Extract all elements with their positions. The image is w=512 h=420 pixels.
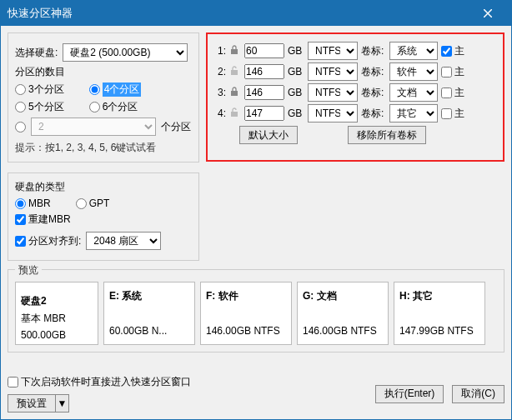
partition-index: 2: xyxy=(214,66,226,78)
preview-legend: 预览 xyxy=(15,263,42,278)
preview-part-size: 146.00GB NTFS xyxy=(206,325,286,337)
preview-part-size: 60.00GB N... xyxy=(109,325,189,337)
preview-part-title: E: 系统 xyxy=(109,289,189,303)
partition-index: 1: xyxy=(214,45,226,57)
window-title: 快速分区神器 xyxy=(8,6,73,21)
volume-label-label: 卷标: xyxy=(361,86,386,100)
default-size-button[interactable]: 默认大小 xyxy=(239,126,298,144)
disk-select[interactable]: 硬盘2 (500.00GB) xyxy=(63,43,188,62)
primary-check[interactable]: 主 xyxy=(441,65,464,79)
partition-row: 3:GBNTFS卷标:文档主 xyxy=(214,83,496,102)
preview-disk-name: 硬盘2 xyxy=(21,294,93,308)
radio-5[interactable]: 5个分区 xyxy=(15,100,64,114)
volume-label-select[interactable]: 其它 xyxy=(389,104,438,122)
preset-dropdown-arrow[interactable]: ▼ xyxy=(56,394,69,412)
preview-disk-sub: 基本 MBR xyxy=(21,312,93,326)
size-input[interactable] xyxy=(244,64,284,79)
volume-label-select[interactable]: 文档 xyxy=(389,83,438,102)
partition-row: 1:GBNTFS卷标:系统主 xyxy=(214,42,496,60)
unlock-icon[interactable] xyxy=(229,108,241,119)
volume-label-label: 卷标: xyxy=(361,107,386,121)
primary-check[interactable]: 主 xyxy=(441,86,464,100)
size-unit: GB xyxy=(288,87,304,98)
close-icon xyxy=(484,9,492,18)
titlebar: 快速分区神器 xyxy=(1,1,511,26)
preview-group: 预览 硬盘2 基本 MBR 500.00GB E: 系统60.00GB N...… xyxy=(8,269,504,352)
svg-rect-4 xyxy=(231,91,238,96)
preview-part-title: F: 软件 xyxy=(206,289,286,303)
preview-partition-card: F: 软件146.00GB NTFS xyxy=(200,282,292,345)
align-select[interactable]: 2048 扇区 xyxy=(86,232,161,250)
fs-select[interactable]: NTFS xyxy=(308,83,358,102)
fs-select[interactable]: NTFS xyxy=(308,104,358,122)
partition-row: 4:GBNTFS卷标:其它主 xyxy=(214,104,496,122)
preview-disk-card: 硬盘2 基本 MBR 500.00GB xyxy=(15,282,98,345)
clear-labels-button[interactable]: 移除所有卷标 xyxy=(348,126,426,144)
primary-check[interactable]: 主 xyxy=(441,107,464,121)
partition-editor: 1:GBNTFS卷标:系统主2:GBNTFS卷标:软件主3:GBNTFS卷标:文… xyxy=(206,32,504,162)
align-check[interactable]: 分区对齐到: xyxy=(15,234,81,248)
radio-6[interactable]: 6个分区 xyxy=(89,100,138,114)
volume-label-label: 卷标: xyxy=(361,44,386,58)
size-unit: GB xyxy=(288,45,304,57)
preview-disk-size: 500.00GB xyxy=(21,329,93,341)
preview-partition-card: H: 其它147.99GB NTFS xyxy=(394,282,485,345)
radio-custom[interactable] xyxy=(15,122,26,132)
close-button[interactable] xyxy=(471,1,504,26)
custom-count-select[interactable]: 2 xyxy=(31,118,156,136)
preview-partition-card: G: 文档146.00GB NTFS xyxy=(297,282,389,345)
fs-select[interactable]: NTFS xyxy=(308,42,358,60)
disk-type-group: 硬盘的类型 MBR GPT 重建MBR 分区对齐到: 2048 扇区 xyxy=(8,172,199,261)
svg-rect-5 xyxy=(231,112,238,117)
preview-part-title: H: 其它 xyxy=(399,289,479,303)
volume-label-label: 卷标: xyxy=(361,65,386,79)
volume-label-select[interactable]: 软件 xyxy=(389,62,438,81)
volume-label-select[interactable]: 系统 xyxy=(389,42,438,60)
preview-partition-card: E: 系统60.00GB N... xyxy=(103,282,195,345)
radio-gpt[interactable]: GPT xyxy=(76,198,110,209)
svg-rect-3 xyxy=(231,70,238,75)
next-time-check[interactable]: 下次启动软件时直接进入快速分区窗口 xyxy=(8,375,191,389)
size-unit: GB xyxy=(288,108,304,119)
partition-index: 3: xyxy=(214,87,226,98)
radio-4[interactable]: 4个分区 xyxy=(89,82,142,97)
hint-text: 提示：按1, 2, 3, 4, 5, 6键试试看 xyxy=(15,141,192,155)
select-disk-label: 选择硬盘: xyxy=(15,46,58,60)
lock-icon[interactable] xyxy=(229,45,241,57)
cancel-button[interactable]: 取消(C) xyxy=(452,385,504,403)
preview-part-size: 147.99GB NTFS xyxy=(399,325,479,337)
unlock-icon[interactable] xyxy=(229,66,241,78)
preset-button[interactable]: 预设置 xyxy=(8,394,56,412)
partition-index: 4: xyxy=(214,108,226,119)
custom-suffix: 个分区 xyxy=(161,120,191,134)
disk-type-legend: 硬盘的类型 xyxy=(15,180,192,194)
preview-part-size: 146.00GB NTFS xyxy=(303,325,383,337)
rebuild-mbr-check[interactable]: 重建MBR xyxy=(15,212,192,227)
svg-rect-2 xyxy=(231,49,238,54)
size-input[interactable] xyxy=(244,106,284,121)
fs-select[interactable]: NTFS xyxy=(308,62,358,81)
disk-select-group: 选择硬盘: 硬盘2 (500.00GB) 分区的数目 3个分区 4个分区 5个分… xyxy=(8,32,199,162)
partition-count-label: 分区的数目 xyxy=(15,65,192,79)
size-unit: GB xyxy=(288,66,304,78)
radio-3[interactable]: 3个分区 xyxy=(15,82,64,97)
size-input[interactable] xyxy=(244,85,284,100)
radio-mbr[interactable]: MBR xyxy=(15,198,51,209)
partition-row: 2:GBNTFS卷标:软件主 xyxy=(214,62,496,81)
primary-check[interactable]: 主 xyxy=(441,44,464,58)
execute-button[interactable]: 执行(Enter) xyxy=(375,385,444,403)
lock-icon[interactable] xyxy=(229,87,241,98)
size-input[interactable] xyxy=(244,43,284,58)
preview-part-title: G: 文档 xyxy=(303,289,383,303)
